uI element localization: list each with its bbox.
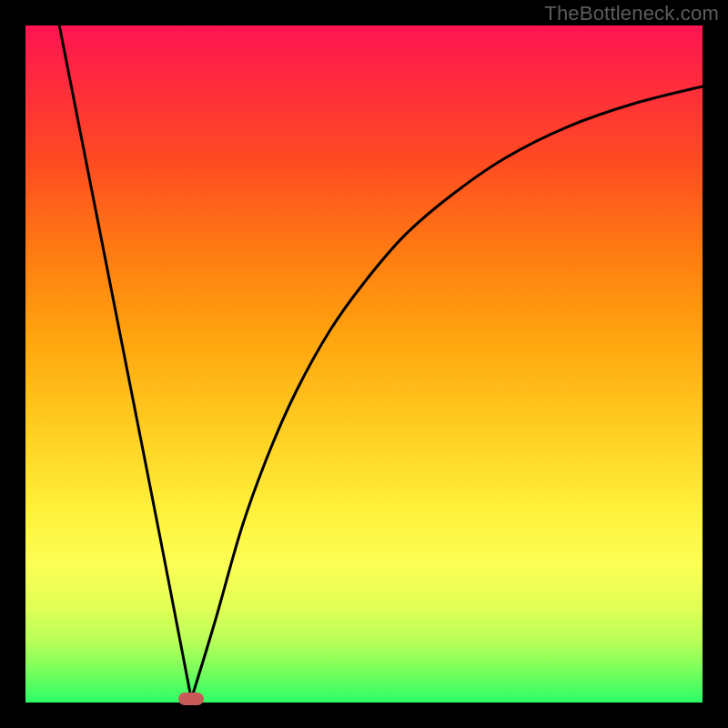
chart-frame: TheBottleneck.com	[0, 0, 728, 728]
plot-area	[25, 25, 703, 703]
curve-right-ascent	[191, 86, 703, 699]
optimal-marker	[178, 693, 204, 705]
bottleneck-curve	[25, 25, 703, 703]
watermark-text: TheBottleneck.com	[544, 2, 719, 25]
curve-left-descent	[59, 25, 191, 699]
